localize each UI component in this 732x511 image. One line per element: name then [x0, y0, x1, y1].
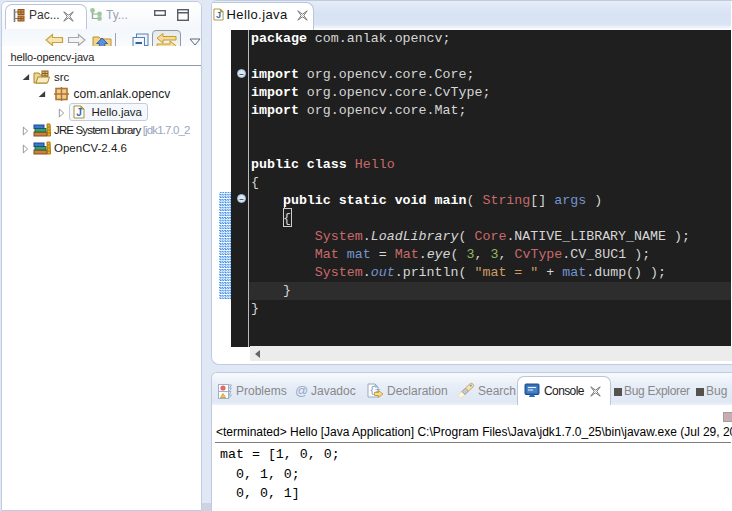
svg-text:J: J: [216, 10, 221, 20]
svg-text:J: J: [76, 107, 82, 118]
